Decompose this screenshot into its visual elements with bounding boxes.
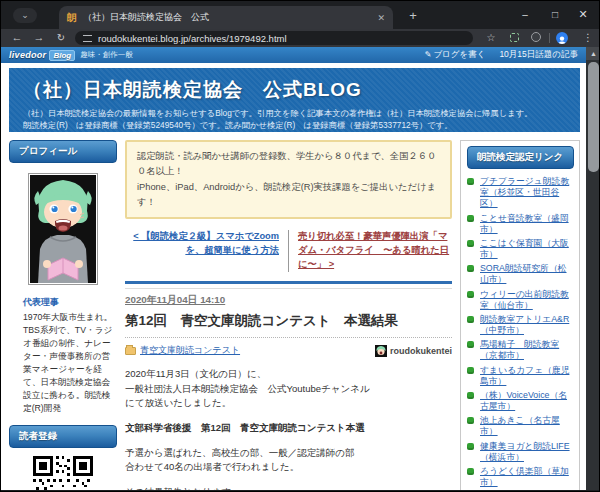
topics-link[interactable]: 10月15日話題の記事 — [499, 49, 578, 61]
green-square-bullet-icon — [467, 468, 474, 475]
notice-line1: 認定朗読・読み聞かせ講師の登録数、学生から８０代まで、全国２６００名以上！ — [137, 149, 440, 180]
close-tab-icon[interactable]: ✕ — [377, 13, 385, 23]
browser-tab[interactable]: 朗 （社）日本朗読検定協会 公式 ✕ — [59, 6, 393, 29]
profile-image-frame — [28, 173, 98, 285]
new-tab-button[interactable]: + — [403, 7, 423, 25]
profile-avatar-button[interactable] — [556, 32, 568, 44]
notice-line2: iPhone、iPad、Androidから、朗読検定(R)実技課題をご提出いただ… — [137, 180, 440, 211]
profile-section-header: プロフィール — [9, 140, 117, 163]
blog-header: （社）日本朗読検定協会 公式BLOG （社）日本朗読検定協会の最新情報をお知らせ… — [9, 68, 580, 132]
address-bar[interactable]: roudokukentei.blog.jp/archives/1979492.h… — [75, 31, 473, 45]
certified-link[interactable]: すまいるカフェ（鹿児島市） — [480, 365, 574, 387]
article-body: 2020年11月3日（文化の日）に、 一般社団法人日本朗読検定協会 公式Yout… — [125, 368, 452, 490]
green-square-bullet-icon — [467, 443, 474, 450]
browser-window: ⌄ 朗 （社）日本朗読検定協会 公式 ✕ + – □ ✕ ← → ↻ roudo… — [0, 0, 600, 492]
certified-link-item: 馬場精子 朗読教室（京都市） — [467, 339, 574, 361]
next-post-link[interactable]: 売り切れ必至！豪華声優陣出演「マダム・バタフライ 〜ある晴れた日に〜」 > — [288, 230, 452, 272]
toolbar-divider — [549, 33, 550, 43]
capture-extension-icon[interactable] — [505, 29, 523, 47]
scrollbar-thumb[interactable] — [588, 62, 599, 172]
green-square-bullet-icon — [467, 291, 474, 298]
scroll-up-button[interactable]: ▲ — [586, 47, 600, 60]
window-minimize-button[interactable]: – — [511, 1, 539, 29]
browser-menu-button[interactable]: ⋮ — [579, 29, 597, 47]
right-sidebar: 朗読検定認定リンク プチプラージュ朗読教室（杉並区・世田谷区） ことせ音読教室（… — [460, 140, 580, 490]
certified-link[interactable]: （株）VoiceVoice（名古屋市） — [480, 390, 574, 412]
green-square-bullet-icon — [467, 367, 474, 374]
green-square-bullet-icon — [467, 265, 474, 272]
body-line: 2020年11月3日（文化の日）に、 — [125, 368, 452, 381]
certified-link-item: プチプラージュ朗読教室（杉並区・世田谷区） — [467, 176, 574, 210]
notice-box: 認定朗読・読み聞かせ講師の登録数、学生から８０代まで、全国２６００名以上！ iP… — [125, 140, 452, 219]
post-navigation: < 【朗読検定２級】スマホでZoomを、超簡単に使う方法 売り切れ必至！豪華声優… — [125, 230, 452, 272]
write-blog-link[interactable]: ✎ブログを書く — [425, 49, 486, 61]
certified-link[interactable]: SORA朗読研究所（松山市） — [480, 263, 574, 285]
tab-bar: ⌄ 朗 （社）日本朗読検定協会 公式 ✕ + – □ ✕ — [1, 1, 600, 29]
qr-code-image — [33, 456, 93, 490]
certified-link[interactable]: 健康美ヨガと朗読LIFE（横浜市） — [480, 441, 574, 463]
certified-link-item: ろうどく倶楽部（草加市） — [467, 466, 574, 488]
forward-button[interactable]: → — [29, 29, 49, 47]
certified-link[interactable]: ろうどく倶楽部（草加市） — [480, 466, 574, 488]
site-info-icon[interactable] — [83, 35, 92, 42]
body-line: にて放送いたしました。 — [125, 397, 452, 410]
green-square-bullet-icon — [467, 178, 474, 185]
bookmark-star-icon[interactable]: ☆ — [482, 29, 500, 47]
body-line-bold: 文部科学省後援 第12回 青空文庫朗読コンテスト本選 — [125, 422, 452, 435]
article-author: roudokukentei — [375, 345, 452, 357]
reader-section-header: 読者登録 — [9, 425, 117, 448]
green-square-bullet-icon — [467, 240, 474, 247]
back-button[interactable]: ← — [7, 29, 27, 47]
chevron-down-icon: ⌄ — [21, 10, 29, 20]
article: 2020年11月04日 14:10 第12回 青空文庫朗読コンテスト 本選結果 … — [125, 288, 452, 490]
certified-link[interactable]: 馬場精子 朗読教室（京都市） — [480, 339, 574, 361]
certified-link-item: ことせ音読教室（盛岡市） — [467, 213, 574, 235]
green-square-bullet-icon — [467, 341, 474, 348]
certified-link-item: 朗読教室アトリエA&R（中野市） — [467, 314, 574, 336]
main-column: 認定朗読・読み聞かせ講師の登録数、学生から８０代まで、全国２６００名以上！ iP… — [125, 140, 452, 490]
page-scrollbar[interactable]: ▲ — [586, 47, 600, 490]
extension-icon[interactable] — [527, 29, 545, 47]
body-line: その結果報告となります。 — [125, 486, 452, 490]
livedoor-blog-badge[interactable]: Blog — [49, 50, 75, 61]
window-maximize-button[interactable]: □ — [541, 1, 569, 29]
reload-button[interactable]: ↻ — [51, 29, 71, 47]
category-link[interactable]: 青空文庫朗読コンテスト — [140, 344, 240, 357]
certified-link-item: ウィリーの出前朗読教室（仙台市） — [467, 289, 574, 311]
certified-links-header: 朗読検定認定リンク — [467, 146, 574, 169]
content-columns: プロフィール — [9, 140, 580, 490]
blog-title: （社）日本朗読検定協会 公式BLOG — [23, 77, 566, 103]
certified-link-item: 池上あきこ（名古屋市） — [467, 415, 574, 437]
section-divider — [125, 281, 452, 284]
green-square-bullet-icon — [467, 392, 474, 399]
blog-description: （社）日本朗読検定協会の最新情報をお知らせするBlogです。引用文を除く記事本文… — [23, 107, 566, 131]
certified-link[interactable]: プチプラージュ朗読教室（杉並区・世田谷区） — [480, 176, 574, 210]
folder-icon — [125, 347, 136, 355]
certified-link-item: すまいるカフェ（鹿児島市） — [467, 365, 574, 387]
author-name: roudokukentei — [390, 346, 452, 356]
certified-link[interactable]: 朗読教室アトリエA&R（中野市） — [480, 314, 574, 336]
pencil-icon: ✎ — [425, 50, 432, 59]
certified-link[interactable]: ここはぐ保育園（大阪市） — [480, 238, 574, 260]
livedoor-logo[interactable]: livedoor — [9, 50, 46, 60]
url-text: roudokukentei.blog.jp/archives/1979492.h… — [98, 33, 287, 44]
body-line: 合わせて40名の出場者で行われました。 — [125, 461, 452, 474]
site-favicon-icon: 朗 — [67, 11, 77, 25]
certified-links-list: プチプラージュ朗読教室（杉並区・世田谷区） ことせ音読教室（盛岡市） ここはぐ保… — [467, 176, 574, 490]
article-title: 第12回 青空文庫朗読コンテスト 本選結果 — [125, 312, 452, 338]
previous-post-link[interactable]: < 【朗読検定２級】スマホでZoomを、超簡単に使う方法 — [125, 230, 288, 272]
profile-role-link[interactable]: 代表理事 — [23, 297, 59, 307]
tab-search-button[interactable]: ⌄ — [13, 8, 37, 23]
browser-toolbar: ← → ↻ roudokukentei.blog.jp/archives/197… — [1, 29, 600, 47]
profile-bio: 1970年大阪市生まれ。TBS系列で、TV・ラジオ番組の制作、ナレーター・声優事… — [23, 311, 115, 415]
certified-link[interactable]: ウィリーの出前朗読教室（仙台市） — [480, 289, 574, 311]
green-square-bullet-icon — [467, 417, 474, 424]
certified-link-item: 健康美ヨガと朗読LIFE（横浜市） — [467, 441, 574, 463]
certified-link[interactable]: 池上あきこ（名古屋市） — [480, 415, 574, 437]
certified-link[interactable]: ことせ音読教室（盛岡市） — [480, 213, 574, 235]
blog-category-tagline[interactable]: 趣味・創作一般 — [80, 50, 133, 60]
certified-link-item: ここはぐ保育園（大阪市） — [467, 238, 574, 260]
profile-character-image — [30, 175, 96, 283]
body-line: 予選から選ばれた、高校生の部、一般／認定講師の部 — [125, 447, 452, 460]
window-close-button[interactable]: ✕ — [569, 1, 597, 29]
